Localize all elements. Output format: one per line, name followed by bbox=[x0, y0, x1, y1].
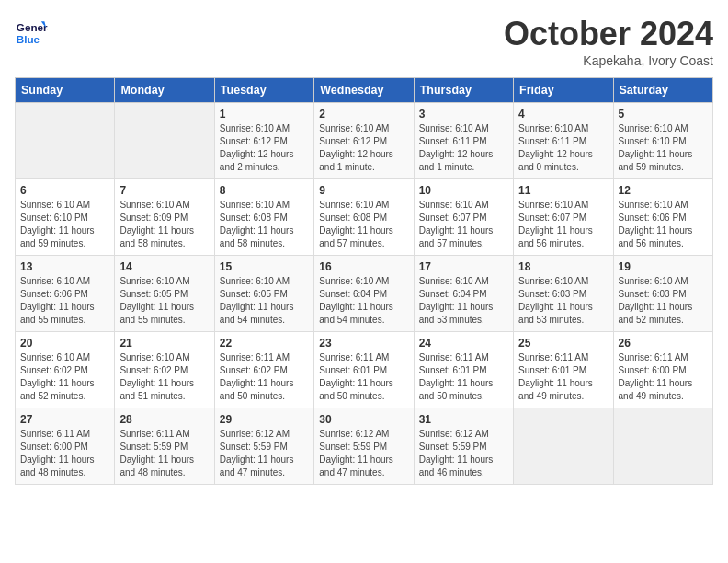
day-number: 24 bbox=[419, 337, 508, 350]
day-info: Sunrise: 6:11 AM Sunset: 6:02 PM Dayligh… bbox=[220, 351, 309, 403]
day-info: Sunrise: 6:12 AM Sunset: 5:59 PM Dayligh… bbox=[419, 428, 508, 479]
day-info: Sunrise: 6:10 AM Sunset: 6:03 PM Dayligh… bbox=[518, 275, 608, 327]
calendar-day-cell bbox=[613, 408, 712, 485]
day-info: Sunrise: 6:10 AM Sunset: 6:11 PM Dayligh… bbox=[518, 122, 608, 174]
weekday-header-cell: Tuesday bbox=[214, 78, 313, 103]
day-number: 8 bbox=[220, 184, 309, 197]
day-info: Sunrise: 6:10 AM Sunset: 6:10 PM Dayligh… bbox=[619, 122, 708, 174]
calendar-table: SundayMondayTuesdayWednesdayThursdayFrid… bbox=[15, 77, 713, 485]
calendar-day-cell: 31Sunrise: 6:12 AM Sunset: 5:59 PM Dayli… bbox=[414, 408, 513, 485]
location-subtitle: Kapekaha, Ivory Coast bbox=[504, 53, 713, 68]
day-number: 13 bbox=[20, 260, 109, 273]
day-number: 29 bbox=[220, 413, 309, 426]
calendar-day-cell bbox=[514, 408, 613, 485]
calendar-week-row: 13Sunrise: 6:10 AM Sunset: 6:06 PM Dayli… bbox=[16, 256, 713, 332]
day-info: Sunrise: 6:10 AM Sunset: 6:04 PM Dayligh… bbox=[419, 275, 508, 327]
calendar-day-cell bbox=[115, 103, 214, 179]
calendar-day-cell: 5Sunrise: 6:10 AM Sunset: 6:10 PM Daylig… bbox=[613, 103, 712, 179]
day-info: Sunrise: 6:10 AM Sunset: 6:03 PM Dayligh… bbox=[619, 275, 708, 327]
page-header: General Blue October 2024 Kapekaha, Ivor… bbox=[15, 15, 713, 68]
day-number: 4 bbox=[518, 108, 608, 121]
calendar-day-cell: 27Sunrise: 6:11 AM Sunset: 6:00 PM Dayli… bbox=[16, 408, 115, 485]
day-info: Sunrise: 6:10 AM Sunset: 6:07 PM Dayligh… bbox=[419, 199, 508, 250]
calendar-day-cell: 7Sunrise: 6:10 AM Sunset: 6:09 PM Daylig… bbox=[115, 179, 214, 256]
day-info: Sunrise: 6:10 AM Sunset: 6:06 PM Dayligh… bbox=[20, 275, 109, 327]
calendar-day-cell: 26Sunrise: 6:11 AM Sunset: 6:00 PM Dayli… bbox=[613, 332, 712, 408]
day-info: Sunrise: 6:10 AM Sunset: 6:12 PM Dayligh… bbox=[220, 122, 309, 174]
day-number: 14 bbox=[119, 260, 209, 273]
day-info: Sunrise: 6:10 AM Sunset: 6:09 PM Dayligh… bbox=[119, 199, 209, 250]
month-title: October 2024 bbox=[504, 15, 713, 53]
calendar-week-row: 1Sunrise: 6:10 AM Sunset: 6:12 PM Daylig… bbox=[16, 103, 713, 179]
day-number: 20 bbox=[20, 337, 109, 350]
day-number: 15 bbox=[220, 260, 309, 273]
day-number: 31 bbox=[419, 413, 508, 426]
logo: General Blue bbox=[15, 15, 51, 48]
calendar-day-cell: 14Sunrise: 6:10 AM Sunset: 6:05 PM Dayli… bbox=[115, 256, 214, 332]
day-number: 28 bbox=[119, 413, 209, 426]
day-info: Sunrise: 6:10 AM Sunset: 6:10 PM Dayligh… bbox=[20, 199, 109, 250]
svg-text:Blue: Blue bbox=[17, 33, 40, 45]
day-info: Sunrise: 6:10 AM Sunset: 6:02 PM Dayligh… bbox=[119, 351, 209, 403]
day-number: 5 bbox=[619, 108, 708, 121]
logo-icon: General Blue bbox=[15, 15, 48, 48]
calendar-day-cell: 29Sunrise: 6:12 AM Sunset: 5:59 PM Dayli… bbox=[214, 408, 313, 485]
calendar-week-row: 27Sunrise: 6:11 AM Sunset: 6:00 PM Dayli… bbox=[16, 408, 713, 485]
day-number: 23 bbox=[319, 337, 408, 350]
calendar-day-cell: 18Sunrise: 6:10 AM Sunset: 6:03 PM Dayli… bbox=[514, 256, 613, 332]
calendar-body: 1Sunrise: 6:10 AM Sunset: 6:12 PM Daylig… bbox=[16, 103, 713, 485]
calendar-day-cell: 19Sunrise: 6:10 AM Sunset: 6:03 PM Dayli… bbox=[613, 256, 712, 332]
weekday-header-cell: Friday bbox=[514, 78, 613, 103]
day-info: Sunrise: 6:11 AM Sunset: 6:01 PM Dayligh… bbox=[419, 351, 508, 403]
calendar-day-cell: 13Sunrise: 6:10 AM Sunset: 6:06 PM Dayli… bbox=[16, 256, 115, 332]
calendar-day-cell: 15Sunrise: 6:10 AM Sunset: 6:05 PM Dayli… bbox=[214, 256, 313, 332]
day-info: Sunrise: 6:10 AM Sunset: 6:05 PM Dayligh… bbox=[119, 275, 209, 327]
day-number: 27 bbox=[20, 413, 109, 426]
calendar-day-cell: 12Sunrise: 6:10 AM Sunset: 6:06 PM Dayli… bbox=[613, 179, 712, 256]
day-number: 9 bbox=[319, 184, 408, 197]
calendar-day-cell: 3Sunrise: 6:10 AM Sunset: 6:11 PM Daylig… bbox=[414, 103, 513, 179]
weekday-header-row: SundayMondayTuesdayWednesdayThursdayFrid… bbox=[16, 78, 713, 103]
day-number: 25 bbox=[518, 337, 608, 350]
calendar-day-cell: 4Sunrise: 6:10 AM Sunset: 6:11 PM Daylig… bbox=[514, 103, 613, 179]
calendar-day-cell: 2Sunrise: 6:10 AM Sunset: 6:12 PM Daylig… bbox=[314, 103, 414, 179]
calendar-day-cell: 22Sunrise: 6:11 AM Sunset: 6:02 PM Dayli… bbox=[214, 332, 313, 408]
day-number: 17 bbox=[419, 260, 508, 273]
weekday-header-cell: Wednesday bbox=[314, 78, 414, 103]
weekday-header-cell: Thursday bbox=[414, 78, 513, 103]
day-info: Sunrise: 6:10 AM Sunset: 6:08 PM Dayligh… bbox=[220, 199, 309, 250]
day-info: Sunrise: 6:10 AM Sunset: 6:06 PM Dayligh… bbox=[619, 199, 708, 250]
day-number: 21 bbox=[119, 337, 209, 350]
day-info: Sunrise: 6:10 AM Sunset: 6:04 PM Dayligh… bbox=[319, 275, 408, 327]
calendar-day-cell: 30Sunrise: 6:12 AM Sunset: 5:59 PM Dayli… bbox=[314, 408, 414, 485]
day-info: Sunrise: 6:11 AM Sunset: 6:00 PM Dayligh… bbox=[619, 351, 708, 403]
day-info: Sunrise: 6:10 AM Sunset: 6:07 PM Dayligh… bbox=[518, 199, 608, 250]
calendar-day-cell: 28Sunrise: 6:11 AM Sunset: 5:59 PM Dayli… bbox=[115, 408, 214, 485]
day-number: 12 bbox=[619, 184, 708, 197]
day-number: 2 bbox=[319, 108, 408, 121]
day-info: Sunrise: 6:11 AM Sunset: 6:00 PM Dayligh… bbox=[20, 428, 109, 479]
day-number: 3 bbox=[419, 108, 508, 121]
title-block: October 2024 Kapekaha, Ivory Coast bbox=[504, 15, 713, 68]
calendar-day-cell: 21Sunrise: 6:10 AM Sunset: 6:02 PM Dayli… bbox=[115, 332, 214, 408]
calendar-day-cell: 17Sunrise: 6:10 AM Sunset: 6:04 PM Dayli… bbox=[414, 256, 513, 332]
day-number: 22 bbox=[220, 337, 309, 350]
calendar-day-cell: 20Sunrise: 6:10 AM Sunset: 6:02 PM Dayli… bbox=[16, 332, 115, 408]
calendar-week-row: 20Sunrise: 6:10 AM Sunset: 6:02 PM Dayli… bbox=[16, 332, 713, 408]
weekday-header-cell: Monday bbox=[115, 78, 214, 103]
day-number: 18 bbox=[518, 260, 608, 273]
day-number: 7 bbox=[119, 184, 209, 197]
day-info: Sunrise: 6:10 AM Sunset: 6:05 PM Dayligh… bbox=[220, 275, 309, 327]
day-info: Sunrise: 6:11 AM Sunset: 5:59 PM Dayligh… bbox=[119, 428, 209, 479]
calendar-day-cell: 6Sunrise: 6:10 AM Sunset: 6:10 PM Daylig… bbox=[16, 179, 115, 256]
weekday-header-cell: Sunday bbox=[16, 78, 115, 103]
day-info: Sunrise: 6:10 AM Sunset: 6:02 PM Dayligh… bbox=[20, 351, 109, 403]
calendar-day-cell: 23Sunrise: 6:11 AM Sunset: 6:01 PM Dayli… bbox=[314, 332, 414, 408]
calendar-day-cell: 8Sunrise: 6:10 AM Sunset: 6:08 PM Daylig… bbox=[214, 179, 313, 256]
day-number: 6 bbox=[20, 184, 109, 197]
calendar-week-row: 6Sunrise: 6:10 AM Sunset: 6:10 PM Daylig… bbox=[16, 179, 713, 256]
day-info: Sunrise: 6:11 AM Sunset: 6:01 PM Dayligh… bbox=[319, 351, 408, 403]
day-number: 26 bbox=[619, 337, 708, 350]
day-number: 10 bbox=[419, 184, 508, 197]
calendar-day-cell: 24Sunrise: 6:11 AM Sunset: 6:01 PM Dayli… bbox=[414, 332, 513, 408]
